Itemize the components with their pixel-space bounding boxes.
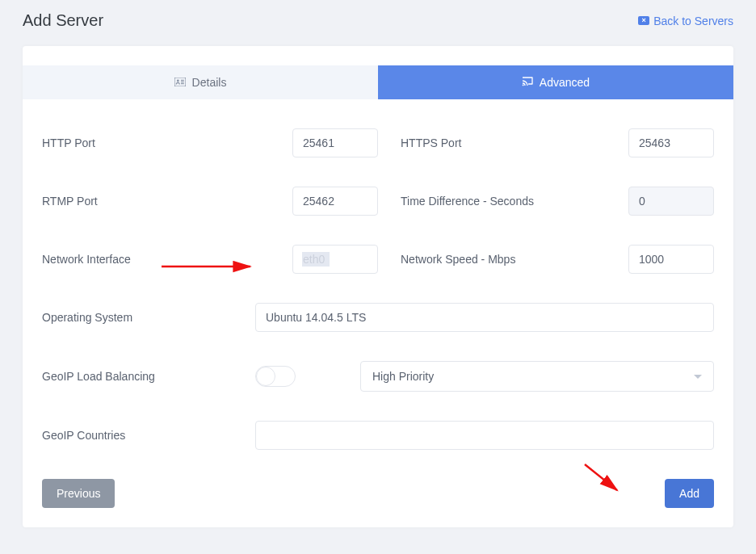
geoip-priority-value: High Priority <box>372 370 434 383</box>
svg-point-5 <box>523 85 524 86</box>
network-speed-input[interactable] <box>628 245 714 274</box>
page-title: Add Server <box>23 11 103 30</box>
back-icon: × <box>638 16 649 25</box>
geoip-load-balancing-toggle[interactable] <box>255 366 296 387</box>
operating-system-input[interactable] <box>255 303 714 332</box>
rtmp-port-input[interactable] <box>292 187 378 216</box>
svg-point-1 <box>176 80 178 82</box>
back-to-servers-label: Back to Servers <box>653 15 733 27</box>
svg-rect-0 <box>174 78 186 86</box>
form-card: Details Advanced HTTP Port HTTPS Port <box>23 46 733 527</box>
geoip-priority-dropdown[interactable]: High Priority <box>360 361 714 392</box>
http-port-label: HTTP Port <box>42 136 292 149</box>
tab-advanced-label: Advanced <box>540 76 590 89</box>
geoip-load-balancing-label: GeoIP Load Balancing <box>42 370 255 383</box>
geoip-countries-label: GeoIP Countries <box>42 429 255 442</box>
time-difference-label: Time Difference - Seconds <box>401 195 628 208</box>
network-interface-input[interactable] <box>292 245 378 274</box>
back-to-servers-link[interactable]: × Back to Servers <box>638 15 733 27</box>
https-port-input[interactable] <box>628 128 714 157</box>
geoip-countries-input[interactable] <box>255 421 714 450</box>
https-port-label: HTTPS Port <box>401 136 628 149</box>
chevron-down-icon <box>694 375 702 379</box>
previous-button[interactable]: Previous <box>42 479 115 508</box>
cast-icon <box>522 76 533 89</box>
toggle-knob <box>256 367 275 386</box>
time-difference-input[interactable] <box>628 187 714 216</box>
tab-details[interactable]: Details <box>23 65 378 99</box>
add-button[interactable]: Add <box>665 479 714 508</box>
tab-details-label: Details <box>192 76 227 89</box>
tab-advanced[interactable]: Advanced <box>378 65 733 99</box>
http-port-input[interactable] <box>292 128 378 157</box>
id-card-icon <box>174 76 186 89</box>
network-interface-label: Network Interface <box>42 253 292 266</box>
operating-system-label: Operating System <box>42 311 255 324</box>
rtmp-port-label: RTMP Port <box>42 195 292 208</box>
network-speed-label: Network Speed - Mbps <box>401 253 628 266</box>
